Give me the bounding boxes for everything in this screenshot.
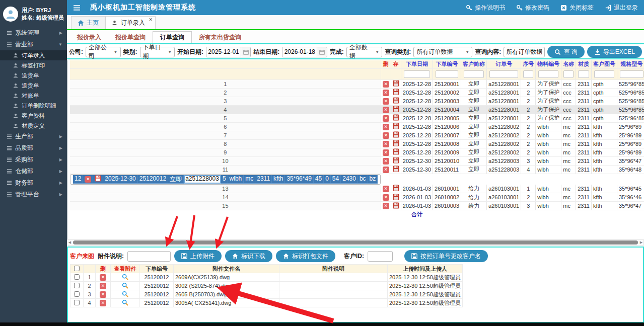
grid-cell[interactable]: kfth: [591, 131, 617, 139]
grid-cell[interactable]: 2025-12-28: [401, 114, 433, 122]
grid-cell[interactable]: 1: [521, 185, 536, 193]
grid-cell[interactable]: wlbh: [536, 165, 561, 174]
save-row-icon[interactable]: [393, 89, 399, 95]
grid-cell[interactable]: 2: [521, 193, 536, 202]
attachment-row-3[interactable]: 4 ✕ 25120012 3005A( CX25141).dwg 2025-12…: [70, 299, 463, 307]
grid-cell[interactable]: a251228002: [487, 148, 521, 156]
grid-cell[interactable]: 立即: [461, 156, 487, 165]
save-row-icon[interactable]: [393, 140, 399, 146]
querycontent-input[interactable]: [504, 47, 545, 57]
grid-filter-input-9[interactable]: [563, 70, 574, 78]
grid-cell[interactable]: mc: [561, 156, 576, 165]
grid-cell[interactable]: 立即: [461, 88, 487, 97]
grid-cell[interactable]: 35*96*47: [617, 156, 644, 165]
grid-cell[interactable]: 2026-01-03: [401, 202, 433, 210]
grid-cell[interactable]: mc: [561, 139, 576, 148]
grid-cell[interactable]: a251228001: [487, 105, 521, 114]
grid-cell[interactable]: a260103001: [487, 202, 521, 210]
sidebar-item-8[interactable]: 客户资料: [0, 111, 67, 121]
sidebar-item-11[interactable]: 品质部▶: [0, 142, 67, 154]
grid-cell[interactable]: 25120012: [138, 175, 168, 184]
order-row-6[interactable]: 7✕2025-12-2825120007立即a2512280022wlbhmc2…: [70, 131, 644, 139]
grid-cell[interactable]: 为了保护: [536, 97, 561, 105]
grid-cell[interactable]: 25120011: [433, 165, 461, 174]
sidebar-item-14[interactable]: 财务部▶: [0, 177, 67, 189]
view-attachment-icon[interactable]: [122, 299, 128, 306]
sidebar-item-7[interactable]: 订单删除明细: [0, 101, 67, 111]
order-row-2[interactable]: 3✕2025-12-2825120003立即a2512280012为了保护ccc…: [70, 97, 644, 105]
grid-cell[interactable]: wlbh: [536, 202, 561, 210]
grid-cell[interactable]: 2: [521, 79, 536, 88]
delete-row-icon[interactable]: ✕: [383, 149, 389, 156]
row-checkbox[interactable]: [74, 274, 80, 280]
grid-cell[interactable]: 2026-01-03: [401, 185, 433, 193]
grid-filter-input-6[interactable]: [489, 70, 518, 78]
grid-cell[interactable]: wlbh: [536, 131, 561, 139]
order-row-12[interactable]: 13✕2026-01-0326010001给力a2601030011wlbhmc…: [70, 185, 644, 193]
scroll-right-arrow[interactable]: ▶: [639, 240, 643, 244]
grid-cell[interactable]: a251228001: [487, 97, 521, 105]
grid-cell[interactable]: 4: [521, 165, 536, 174]
order-row-13[interactable]: 14✕2026-01-0326010002给力a2601030012wlbhmc…: [70, 193, 644, 202]
grid-cell[interactable]: 2: [521, 139, 536, 148]
grid-cell[interactable]: cpth: [591, 114, 617, 122]
order-row-4[interactable]: 5✕2025-12-2825120005立即a2512280012为了保护ccc…: [70, 114, 644, 122]
grid-cell[interactable]: 2: [521, 114, 536, 122]
start-date-input[interactable]: [206, 47, 241, 57]
order-row-5[interactable]: 6✕2025-12-2825120006立即a2512280022wlbhmc2…: [70, 122, 644, 131]
delete-row-icon[interactable]: ✕: [383, 115, 389, 122]
grid-cell[interactable]: 525*96*85: [617, 79, 644, 88]
grid-cell[interactable]: 2025-12-28: [401, 131, 433, 139]
grid-cell[interactable]: wlbh: [228, 175, 244, 184]
grid-header-10[interactable]: 材质: [576, 60, 592, 68]
grid-cell[interactable]: a251228001: [487, 88, 521, 97]
grid-cell[interactable]: kfth: [272, 175, 285, 184]
grid-cell[interactable]: 2: [521, 88, 536, 97]
delete-row-icon[interactable]: ✕: [383, 98, 389, 105]
attachment-desc-input[interactable]: [127, 251, 171, 262]
grid-cell[interactable]: kfth: [591, 202, 617, 210]
nav-action-2[interactable]: 关闭标签: [560, 4, 594, 12]
grid-cell[interactable]: cpth: [591, 79, 617, 88]
grid-cell[interactable]: kfth: [591, 156, 617, 165]
close-icon[interactable]: ✕: [149, 18, 153, 22]
save-row-icon[interactable]: [393, 123, 399, 129]
grid-cell[interactable]: 35*96*49: [285, 175, 313, 184]
grid-cell[interactable]: kfth: [591, 148, 617, 156]
select-all-checkbox[interactable]: [74, 266, 80, 271]
grid-cell[interactable]: 2: [521, 105, 536, 114]
grid-cell[interactable]: 2311: [576, 156, 592, 165]
delete-row-icon[interactable]: ✕: [383, 186, 389, 192]
row-checkbox[interactable]: [74, 300, 80, 305]
nav-action-3[interactable]: 退出登录: [605, 4, 638, 12]
delete-row-icon[interactable]: ✕: [383, 141, 389, 147]
grid-cell[interactable]: cpth: [591, 88, 617, 97]
nav-action-0[interactable]: 操作说明书: [466, 4, 505, 12]
grid-cell[interactable]: 2025-12-28: [401, 122, 433, 131]
grid-cell[interactable]: mc: [561, 185, 576, 193]
grid-cell[interactable]: 25*96*89: [617, 131, 644, 139]
grid-filter-input-8[interactable]: [538, 70, 558, 78]
grid-cell[interactable]: mc: [561, 148, 576, 156]
grid-cell[interactable]: a251228003: [184, 175, 221, 184]
grid-cell[interactable]: a251228001: [487, 114, 521, 122]
order-row-7[interactable]: 8✕2025-12-2825120008立即a2512280022wlbhmc2…: [70, 139, 644, 148]
grid-cell[interactable]: 2311: [576, 131, 592, 139]
save-row-icon[interactable]: [393, 97, 399, 104]
row-checkbox[interactable]: [74, 291, 80, 297]
grid-cell[interactable]: 25120010: [433, 156, 461, 165]
save-row-icon[interactable]: [393, 148, 399, 155]
sidebar-item-6[interactable]: 对账单: [0, 91, 67, 101]
grid-cell[interactable]: a251228001: [487, 79, 521, 88]
delete-row-icon[interactable]: ✕: [85, 176, 91, 183]
grid-cell[interactable]: 为了保护: [536, 88, 561, 97]
grid-cell[interactable]: wlbh: [536, 193, 561, 202]
grid-cell[interactable]: ccc: [561, 114, 576, 122]
grid-cell[interactable]: 2025-12-30: [103, 175, 137, 184]
delete-row-icon[interactable]: ✕: [383, 90, 389, 96]
order-row-14[interactable]: 15✕2026-01-0326010003给力a2601030013wlbhmc…: [70, 202, 644, 210]
grid-cell[interactable]: 45: [314, 175, 324, 184]
grid-cell[interactable]: 35*96*47: [617, 202, 644, 210]
grid-cell[interactable]: 2311: [576, 114, 592, 122]
grid-cell[interactable]: 立即: [461, 105, 487, 114]
